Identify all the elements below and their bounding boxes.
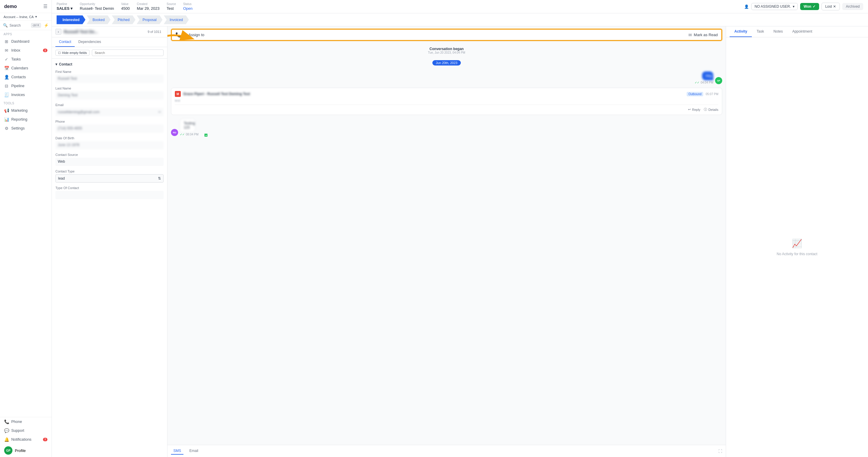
contact-form-toolbar: ☐ Hide empty fields — [52, 47, 167, 59]
won-button[interactable]: Won ✓ — [800, 3, 819, 10]
sidebar-item-reporting[interactable]: 📊 Reporting — [0, 115, 52, 124]
stage-interested[interactable]: Interested — [57, 16, 85, 24]
sidebar-item-dashboard[interactable]: ⊞ Dashboard — [0, 37, 52, 46]
notifications-icon: 🔔 — [4, 437, 9, 442]
nav-arrows: ‹ — [55, 29, 61, 35]
message-bubble: Hey — [702, 71, 713, 80]
email-subject: Grace Piperi - Russell Test Deming Test — [183, 92, 684, 96]
contact-type-select[interactable]: lead ⇅ — [55, 174, 163, 183]
email-time: 05:07 PM — [706, 92, 718, 96]
message-time: 04:04 PM — [701, 81, 713, 84]
field-first-name: First Name Russell Test — [55, 70, 163, 83]
tasks-icon: ✓ — [4, 57, 9, 62]
double-check-icon: ✓✓ — [180, 133, 185, 136]
sidebar-item-settings[interactable]: ⚙ Settings — [0, 124, 52, 133]
field-label: Contact Source — [55, 153, 163, 156]
email-header: M Grace Piperi - Russell Test Deming Tes… — [175, 91, 718, 97]
chevron-down-icon: ▾ — [793, 4, 795, 9]
sidebar-item-marketing[interactable]: 📢 Marketing — [0, 106, 52, 115]
sidebar-item-calendars[interactable]: 📅 Calendars — [0, 64, 52, 72]
sidebar-item-inbox[interactable]: ✉ Inbox 2 — [0, 46, 52, 55]
sidebar-item-phone[interactable]: 📞 Phone — [0, 417, 52, 426]
stage-booked[interactable]: Booked — [87, 16, 111, 24]
message-input-bar: SMS Email ⛶ — [167, 445, 726, 457]
left-panel: ‹ Russell Test De... 9 of 1011 Contact D… — [52, 26, 167, 457]
field-label: First Name — [55, 70, 163, 73]
chevron-down-icon: ▾ — [55, 62, 57, 66]
field-label: Date Of Birth — [55, 136, 163, 140]
account-selector[interactable]: Account -- Irvine, CA ▾ — [0, 13, 52, 21]
details-button[interactable]: ⓘ Details — [704, 107, 718, 112]
field-label: Email — [55, 103, 163, 107]
field-value — [55, 191, 163, 199]
assign-user-button[interactable]: NO ASSIGNED USER. ▾ — [751, 3, 798, 10]
reply-button[interactable]: ↩ Reply — [688, 107, 700, 112]
field-type-of-contact: Type Of Contact — [55, 186, 163, 199]
pipeline-chevron-icon: ▾ — [70, 6, 72, 11]
sidebar-item-label: Invoices — [11, 93, 25, 97]
sidebar-item-support[interactable]: 💬 Support — [0, 426, 52, 435]
pipeline-select[interactable]: SALES ▾ — [57, 6, 72, 11]
created-label: Created — [137, 2, 160, 6]
value-label: Value — [121, 2, 130, 6]
tab-contact[interactable]: Contact — [55, 37, 75, 47]
field-contact-source: Contact Source Web — [55, 153, 163, 166]
tab-email[interactable]: Email — [187, 448, 200, 455]
tab-sms[interactable]: SMS — [171, 448, 183, 455]
field-label: Type Of Contact — [55, 186, 163, 190]
tab-dependencies[interactable]: Dependencies — [75, 37, 104, 47]
stage-pitched[interactable]: Pitched — [112, 16, 135, 24]
archived-button[interactable]: Archived — [842, 3, 863, 10]
stage-proposal[interactable]: Proposal — [136, 16, 162, 24]
expand-icon[interactable]: ⛶ — [718, 449, 722, 453]
mark-as-read-section[interactable]: ✉ Mark as Read — [688, 33, 718, 37]
hide-empty-fields-button[interactable]: ☐ Hide empty fields — [55, 50, 90, 56]
conversation-start: Conversation began Tue, Jun 20 2023, 04:… — [171, 47, 722, 54]
sidebar-item-label: Reporting — [11, 117, 27, 122]
mark-as-read-label: Mark as Read — [694, 33, 718, 37]
sidebar-item-notifications[interactable]: 🔔 Notifications 7 — [0, 435, 52, 444]
x-icon: ✕ — [833, 4, 836, 9]
tab-activity[interactable]: Activity — [730, 26, 752, 37]
stage-invoiced[interactable]: Invoiced — [163, 16, 189, 24]
invoices-icon: 🧾 — [4, 92, 9, 97]
sidebar-item-pipeline[interactable]: ⊟ Pipeline — [0, 82, 52, 90]
content-area: ‹ Russell Test De... 9 of 1011 Contact D… — [52, 26, 868, 457]
assign-bar: 📞 ⊕ Assign to ✉ Mark as Read — [171, 29, 722, 41]
profile-item[interactable]: GP Profile — [0, 444, 52, 457]
field-contact-type: Contact Type lead ⇅ — [55, 170, 163, 183]
tab-notes[interactable]: Notes — [769, 26, 787, 37]
annotation-wrap: 📞 ⊕ Assign to ✉ Mark as Read — [167, 26, 726, 43]
edit-icon[interactable]: ✏ — [158, 110, 161, 114]
contact-search-input[interactable] — [92, 50, 163, 56]
lost-button[interactable]: Lost ✕ — [822, 3, 840, 10]
prev-contact-button[interactable]: ‹ — [55, 29, 61, 35]
tab-appointment[interactable]: Appointment — [787, 26, 817, 37]
sidebar-item-contacts[interactable]: 👤 Contacts — [0, 72, 52, 82]
select-chevron-icon: ⇅ — [158, 176, 161, 181]
status-label: Status — [183, 2, 193, 6]
contact-name: Russell Test De... — [64, 29, 145, 34]
pipeline-icon: ⊟ — [4, 84, 9, 88]
contact-section-header[interactable]: ▾ Contact — [55, 62, 163, 66]
sidebar-item-label: Marketing — [11, 109, 28, 113]
created-value: Mar 29, 2023 — [137, 6, 160, 11]
assign-to-section[interactable]: 📞 ⊕ Assign to — [176, 32, 684, 38]
sender-avatar: SP — [715, 77, 722, 84]
sidebar-item-tasks[interactable]: ✓ Tasks — [0, 55, 52, 64]
field-label: Last Name — [55, 87, 163, 90]
field-value: Russell Test — [55, 75, 163, 83]
menu-icon[interactable]: ☰ — [43, 4, 48, 9]
check-icon: ✓✓ — [695, 81, 700, 84]
sidebar-item-invoices[interactable]: 🧾 Invoices — [0, 90, 52, 99]
sidebar-item-label: Dashboard — [11, 39, 29, 43]
sidebar-item-label: Settings — [11, 126, 25, 130]
tab-task[interactable]: Task — [752, 26, 769, 37]
chevron-down-icon: ▾ — [35, 15, 37, 19]
support-icon: 💬 — [4, 428, 9, 433]
sidebar-item-label: Notifications — [11, 437, 31, 441]
reporting-icon: 📊 — [4, 117, 9, 122]
contact-tabs: Contact Dependencies — [52, 37, 167, 47]
envelope-icon: ✉ — [688, 33, 692, 37]
sidebar-search[interactable]: 🔍 Search ctrl K ⚡ — [0, 21, 52, 30]
